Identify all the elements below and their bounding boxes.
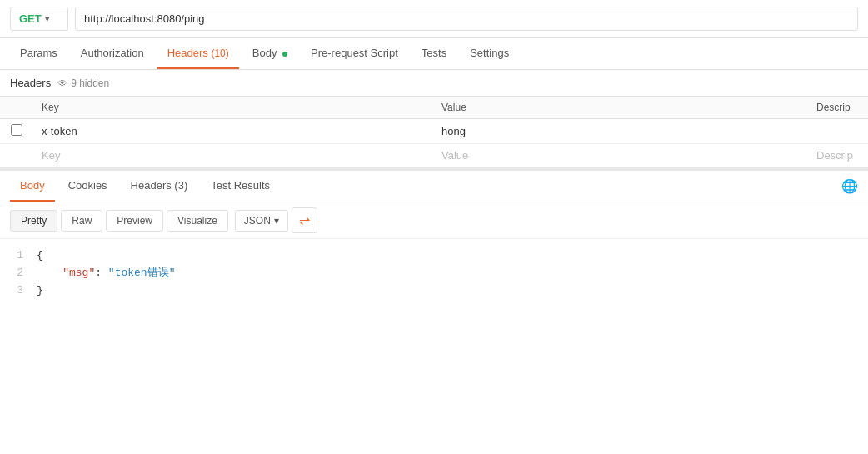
line-num-1: 1 bbox=[10, 247, 23, 265]
row-desc-cell[interactable] bbox=[808, 119, 868, 144]
line-content-1: { bbox=[37, 247, 43, 265]
raw-button[interactable]: Raw bbox=[61, 210, 102, 232]
json-key: "msg" bbox=[62, 267, 95, 279]
placeholder-desc-cell[interactable]: Descrip bbox=[808, 144, 868, 167]
response-area: Body Cookies Headers (3) Test Results 🌐 … bbox=[0, 171, 868, 307]
tab-authorization[interactable]: Authorization bbox=[71, 38, 154, 69]
hidden-headers-badge[interactable]: 👁 9 hidden bbox=[57, 77, 109, 89]
eye-icon: 👁 bbox=[57, 77, 67, 89]
row-key-cell[interactable]: x-token bbox=[33, 119, 433, 144]
url-bar: GET ▾ bbox=[0, 0, 868, 38]
method-label: GET bbox=[19, 12, 42, 25]
tab-prerequest[interactable]: Pre-request Script bbox=[301, 38, 408, 69]
code-line-3: 3 } bbox=[10, 282, 858, 300]
headers-section-header: Headers 👁 9 hidden bbox=[0, 70, 868, 96]
tab-tests[interactable]: Tests bbox=[412, 38, 456, 69]
method-chevron-icon: ▾ bbox=[45, 14, 49, 23]
row-checkbox-cell bbox=[0, 119, 33, 144]
format-label: JSON bbox=[244, 215, 271, 227]
visualize-button[interactable]: Visualize bbox=[167, 210, 228, 232]
table-row: x-token hong bbox=[0, 119, 868, 144]
response-tab-test-results[interactable]: Test Results bbox=[201, 171, 280, 202]
table-placeholder-row: Key Value Descrip bbox=[0, 144, 868, 167]
pretty-button[interactable]: Pretty bbox=[10, 210, 57, 232]
body-dot-icon bbox=[282, 52, 287, 57]
line-num-2: 2 bbox=[10, 265, 23, 282]
code-line-2: 2 "msg": "token错误" bbox=[10, 265, 858, 282]
placeholder-value-cell[interactable]: Value bbox=[433, 144, 808, 167]
col-header-desc: Descrip bbox=[808, 97, 868, 119]
tab-params[interactable]: Params bbox=[10, 38, 67, 69]
placeholder-checkbox-cell bbox=[0, 144, 33, 167]
format-chevron-icon: ▾ bbox=[274, 215, 279, 227]
json-value: "token错误" bbox=[108, 267, 176, 279]
url-input[interactable] bbox=[75, 7, 858, 31]
headers-table: Key Value Descrip x-token hong Key Value… bbox=[0, 96, 868, 167]
hidden-count-label: 9 hidden bbox=[71, 77, 109, 89]
method-dropdown[interactable]: GET ▾ bbox=[10, 7, 68, 31]
response-right-icons: 🌐 bbox=[841, 178, 858, 194]
response-tab-headers[interactable]: Headers (3) bbox=[121, 171, 198, 202]
globe-icon: 🌐 bbox=[841, 178, 858, 194]
col-header-value: Value bbox=[433, 97, 808, 119]
code-line-1: 1 { bbox=[10, 247, 858, 265]
response-tab-cookies[interactable]: Cookies bbox=[58, 171, 117, 202]
placeholder-key-cell[interactable]: Key bbox=[33, 144, 433, 167]
tab-settings[interactable]: Settings bbox=[460, 38, 519, 69]
headers-section-title: Headers bbox=[10, 77, 51, 89]
row-value-cell[interactable]: hong bbox=[433, 119, 808, 144]
request-tabs: Params Authorization Headers (10) Body P… bbox=[0, 38, 868, 70]
line-content-3: } bbox=[37, 282, 43, 300]
response-tabs: Body Cookies Headers (3) Test Results 🌐 bbox=[0, 171, 868, 202]
json-colon: : bbox=[95, 267, 108, 279]
col-header-checkbox bbox=[0, 97, 33, 119]
response-toolbar: Pretty Raw Preview Visualize JSON ▾ ⇌ bbox=[0, 202, 868, 239]
line-num-3: 3 bbox=[10, 282, 23, 300]
response-tab-body[interactable]: Body bbox=[10, 171, 55, 202]
row-checkbox[interactable] bbox=[11, 124, 22, 136]
format-dropdown[interactable]: JSON ▾ bbox=[235, 210, 288, 232]
code-area: 1 { 2 "msg": "token错误" 3 } bbox=[0, 239, 868, 307]
preview-button[interactable]: Preview bbox=[106, 210, 163, 232]
tab-headers[interactable]: Headers (10) bbox=[157, 38, 239, 69]
line-content-2: "msg": "token错误" bbox=[37, 265, 175, 282]
wrap-button[interactable]: ⇌ bbox=[292, 207, 317, 233]
tab-body[interactable]: Body bbox=[242, 38, 297, 69]
wrap-icon: ⇌ bbox=[299, 213, 310, 227]
col-header-key: Key bbox=[33, 97, 433, 119]
